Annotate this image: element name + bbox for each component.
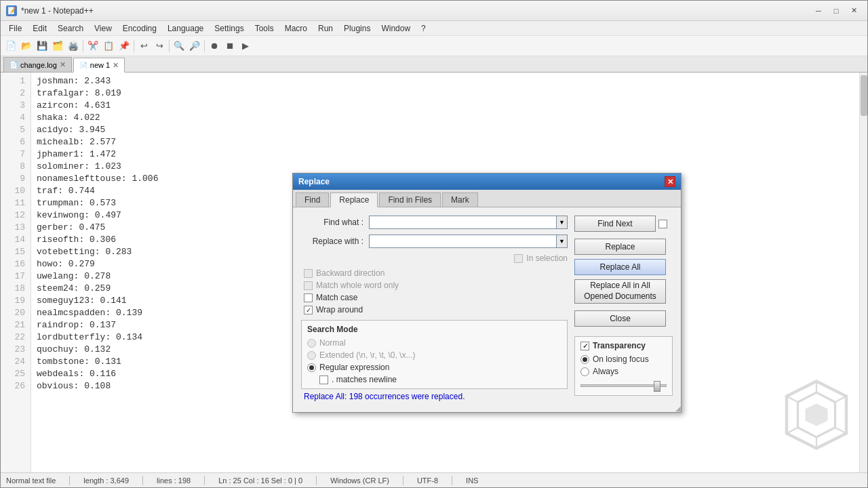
replace-with-input-wrap: ▼ xyxy=(369,235,568,248)
find-what-dropdown[interactable]: ▼ xyxy=(557,216,568,229)
save-all-icon[interactable]: 🗂️ xyxy=(50,39,65,54)
title-bar: 📝 *new 1 - Notepad++ ─ □ ✕ xyxy=(1,1,867,21)
always-row: Always xyxy=(580,367,667,376)
save-file-icon[interactable]: 💾 xyxy=(35,39,50,54)
match-whole-word-checkbox[interactable] xyxy=(304,281,313,290)
wrap-around-row: ✓ Wrap around xyxy=(301,305,568,314)
menu-run[interactable]: Run xyxy=(313,22,338,35)
dialog-title-bar: Replace ✕ xyxy=(293,174,681,190)
wrap-around-checkbox[interactable]: ✓ xyxy=(304,306,313,314)
new-file-icon[interactable]: 📄 xyxy=(3,39,18,54)
cut-icon[interactable]: ✂️ xyxy=(85,39,100,54)
toolbar-sep-1 xyxy=(83,40,83,52)
menu-plugins[interactable]: Plugins xyxy=(338,22,376,35)
replace-all-in-all-button[interactable]: Replace All in All Opened Documents xyxy=(574,279,666,304)
macro-stop-icon[interactable]: ⏹ xyxy=(222,39,237,54)
print-icon[interactable]: 🖨️ xyxy=(66,39,81,54)
in-selection-checkbox[interactable] xyxy=(514,254,523,263)
replace-with-input[interactable] xyxy=(369,235,557,248)
menu-macro[interactable]: Macro xyxy=(279,22,313,35)
replace-with-dropdown[interactable]: ▼ xyxy=(557,235,568,248)
dialog-tab-find[interactable]: Find xyxy=(296,192,329,207)
radio-regex[interactable] xyxy=(307,363,316,372)
paste-icon[interactable]: 📌 xyxy=(117,39,132,54)
menu-bar: File Edit Search View Encoding Language … xyxy=(1,21,867,36)
zoom-in-icon[interactable]: 🔎 xyxy=(187,39,202,54)
match-whole-word-label: Match whole word only xyxy=(316,281,399,290)
macro-rec-icon[interactable]: ⏺ xyxy=(207,39,222,54)
tab-changelog-label: change.log xyxy=(20,61,57,69)
tab-changelog[interactable]: 📄 change.log ✕ xyxy=(3,57,72,72)
replace-all-button[interactable]: Replace All xyxy=(574,259,666,275)
toolbar-sep-4 xyxy=(204,40,205,52)
status-encoding: UTF-8 xyxy=(417,476,438,485)
tab-new1[interactable]: 📄 new 1 ✕ xyxy=(73,58,125,73)
tab-new1-close[interactable]: ✕ xyxy=(113,61,119,70)
undo-icon[interactable]: ↩ xyxy=(136,39,151,54)
status-length: length : 3,649 xyxy=(83,476,129,485)
search-mode-title: Search Mode xyxy=(307,325,561,334)
dialog-left-panel: Find what : ▼ Replace with : ▼ xyxy=(301,216,568,404)
transparency-checkbox[interactable]: ✓ xyxy=(580,342,589,350)
radio-extended-label: Extended (\n, \r, \t, \0, \x...) xyxy=(319,350,415,360)
radio-always[interactable] xyxy=(580,367,589,376)
open-file-icon[interactable]: 📂 xyxy=(19,39,34,54)
dialog-close-button[interactable]: ✕ xyxy=(665,176,675,187)
maximize-button[interactable]: □ xyxy=(828,4,844,18)
match-case-label: Match case xyxy=(316,293,357,302)
replace-button[interactable]: Replace xyxy=(574,239,666,255)
search-mode-box: Search Mode Normal Extended (\n, \r, \t,… xyxy=(301,320,568,389)
find-what-input[interactable] xyxy=(369,216,557,229)
minimize-button[interactable]: ─ xyxy=(810,4,827,18)
status-file-type: Normal text file xyxy=(6,476,56,485)
menu-file[interactable]: File xyxy=(3,22,27,35)
transparency-label: Transparency xyxy=(593,341,646,350)
match-case-checkbox[interactable] xyxy=(304,293,313,302)
window-title: *new 1 - Notepad++ xyxy=(21,6,810,16)
radio-extended[interactable] xyxy=(307,351,316,360)
macro-play-icon[interactable]: ▶ xyxy=(238,39,253,54)
status-message: Replace All: 198 occurrences were replac… xyxy=(301,389,568,404)
menu-language[interactable]: Language xyxy=(162,22,209,35)
menu-help[interactable]: ? xyxy=(416,22,431,35)
status-position: Ln : 25 Col : 16 Sel : 0 | 0 xyxy=(218,476,302,485)
dialog-tab-mark[interactable]: Mark xyxy=(442,192,478,207)
status-mode: INS xyxy=(466,476,478,485)
tab-bar: 📄 change.log ✕ 📄 new 1 ✕ xyxy=(1,56,867,73)
find-next-button[interactable]: Find Next xyxy=(574,216,656,232)
menu-encoding[interactable]: Encoding xyxy=(117,22,162,35)
close-button[interactable]: ✕ xyxy=(846,4,862,18)
status-sep-3 xyxy=(204,476,205,485)
radio-normal[interactable] xyxy=(307,339,316,348)
close-button[interactable]: Close xyxy=(574,310,666,327)
resize-grip[interactable]: ◢ xyxy=(673,404,681,412)
find-icon[interactable]: 🔍 xyxy=(172,39,186,54)
menu-edit[interactable]: Edit xyxy=(27,22,52,35)
status-sep-2 xyxy=(142,476,143,485)
in-selection-row: In selection xyxy=(301,253,568,263)
menu-settings[interactable]: Settings xyxy=(209,22,249,35)
replace-dialog: Replace ✕ Find Replace Find in Files Mar… xyxy=(292,173,682,413)
radio-on-losing-focus[interactable] xyxy=(580,355,589,364)
menu-tools[interactable]: Tools xyxy=(250,22,279,35)
dialog-body: Find what : ▼ Replace with : ▼ xyxy=(293,207,681,412)
menu-window[interactable]: Window xyxy=(376,22,416,35)
dialog-right-panel: Find Next Replace Replace All Replace Al… xyxy=(574,216,673,404)
transparency-slider[interactable] xyxy=(580,380,667,391)
find-next-checkbox[interactable] xyxy=(658,220,667,228)
dialog-tab-replace[interactable]: Replace xyxy=(330,192,378,207)
menu-search[interactable]: Search xyxy=(52,22,89,35)
menu-view[interactable]: View xyxy=(89,22,117,35)
backward-direction-checkbox[interactable] xyxy=(304,269,313,278)
match-whole-word-row: Match whole word only xyxy=(301,281,568,290)
tab-changelog-close[interactable]: ✕ xyxy=(60,60,66,69)
redo-icon[interactable]: ↪ xyxy=(152,39,167,54)
tab-changelog-icon: 📄 xyxy=(9,61,18,68)
matches-newline-checkbox[interactable] xyxy=(319,375,328,384)
dialog-tab-find-in-files[interactable]: Find in Files xyxy=(379,192,441,207)
copy-icon[interactable]: 📋 xyxy=(101,39,116,54)
radio-normal-label: Normal xyxy=(319,338,346,348)
slider-thumb[interactable] xyxy=(654,381,660,392)
matches-newline-label: . matches newline xyxy=(332,375,397,384)
status-sep-6 xyxy=(452,476,452,485)
